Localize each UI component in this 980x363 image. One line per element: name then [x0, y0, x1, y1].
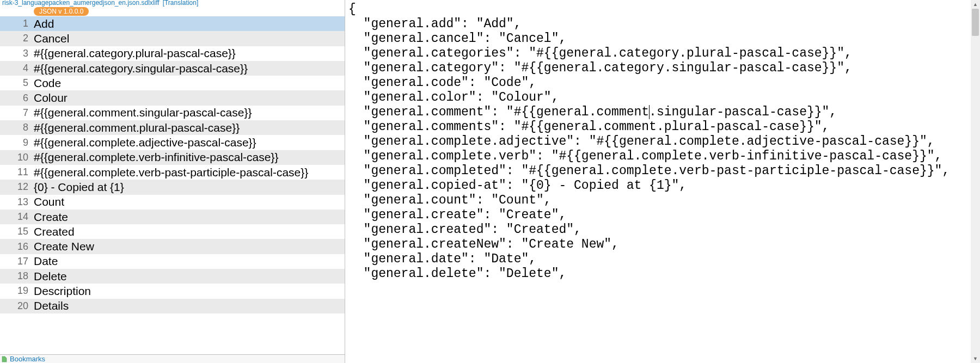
- segment-row-text: #{{general.category.singular-pascal-case…: [32, 62, 345, 75]
- document-tab-state: [Translation]: [163, 0, 199, 7]
- segment-row-number: 19: [0, 285, 32, 297]
- code-line: "general.categories": "#{{general.catego…: [348, 46, 977, 61]
- segment-row[interactable]: 20Details: [0, 299, 345, 313]
- segment-row-text: #{{general.complete.adjective-pascal-cas…: [32, 136, 345, 149]
- code-line: "general.category": "#{{general.category…: [348, 61, 977, 76]
- code-line: "general.complete.adjective": "#{{genera…: [348, 134, 977, 149]
- segment-row-number: 17: [0, 256, 32, 267]
- segment-row-text: Created: [32, 225, 345, 238]
- segment-row[interactable]: 8#{{general.comment.plural-pascal-case}}: [0, 120, 345, 135]
- segment-row-text: Colour: [32, 91, 345, 104]
- left-pane: risk-3_languagepacken_aumergedjson_en.js…: [0, 0, 345, 363]
- code-line: "general.cancel": "Cancel",: [348, 32, 977, 46]
- segment-row-text: Description: [32, 285, 345, 298]
- segment-row-text: Create: [32, 211, 345, 224]
- segment-row-number: 1: [0, 18, 32, 29]
- segment-row-text: #{{general.comment.singular-pascal-case}…: [32, 106, 345, 119]
- segment-row-text: Delete: [32, 270, 345, 283]
- segment-row[interactable]: 7#{{general.comment.singular-pascal-case…: [0, 106, 345, 120]
- segment-row-number: 12: [0, 181, 32, 193]
- segment-row-text: Count: [32, 195, 345, 208]
- app-root: risk-3_languagepacken_aumergedjson_en.js…: [0, 0, 980, 363]
- code-line: "general.complete.verb": "#{{general.com…: [348, 149, 977, 164]
- segment-row-number: 7: [0, 107, 32, 119]
- bookmark-icon: [1, 356, 8, 362]
- segment-row-number: 10: [0, 152, 32, 163]
- segment-row[interactable]: 17Date: [0, 254, 345, 269]
- segment-row-number: 4: [0, 63, 32, 74]
- segment-row-text: Cancel: [32, 32, 345, 45]
- right-pane: { "general.add": "Add", "general.cancel"…: [345, 0, 980, 363]
- bottom-bar: Bookmarks: [0, 354, 345, 363]
- segment-row-text: Details: [32, 299, 345, 312]
- segment-list[interactable]: 1Add2Cancel3#{{general.category.plural-p…: [0, 16, 345, 354]
- code-line: "general.delete": "Delete",: [348, 267, 977, 281]
- segment-row-number: 13: [0, 196, 32, 208]
- segment-row[interactable]: 9#{{general.complete.adjective-pascal-ca…: [0, 135, 345, 150]
- segment-row-number: 14: [0, 211, 32, 223]
- document-tab-filename: risk-3_languagepacken_aumergedjson_en.js…: [2, 0, 160, 7]
- segment-row-number: 11: [0, 167, 32, 178]
- segment-row[interactable]: 2Cancel: [0, 31, 345, 46]
- segment-row-number: 8: [0, 122, 32, 133]
- segment-row-number: 16: [0, 241, 32, 253]
- code-line: {: [348, 2, 977, 17]
- segment-row-text: #{{general.comment.plural-pascal-case}}: [32, 121, 345, 134]
- segment-row[interactable]: 13Count: [0, 195, 345, 210]
- code-line: "general.code": "Code",: [348, 76, 977, 90]
- segment-row-number: 18: [0, 270, 32, 282]
- segment-row-text: {0} - Copied at {1}: [32, 181, 345, 194]
- code-line: "general.create": "Create",: [348, 208, 977, 223]
- segment-row[interactable]: 3#{{general.category.plural-pascal-case}…: [0, 46, 345, 61]
- segment-row[interactable]: 11#{{general.complete.verb-past-particip…: [0, 165, 345, 180]
- json-version-badge: JSON v 1.0.0.0: [34, 7, 89, 16]
- segment-row[interactable]: 16Create New: [0, 239, 345, 254]
- vertical-scrollbar[interactable]: ▲ ▼: [971, 0, 980, 363]
- segment-row-number: 20: [0, 300, 32, 312]
- document-tab[interactable]: risk-3_languagepacken_aumergedjson_en.js…: [0, 0, 345, 7]
- scroll-up-icon[interactable]: ▲: [971, 0, 980, 9]
- segment-row-text: #{{general.complete.verb-past-participle…: [32, 166, 345, 179]
- json-code-view[interactable]: { "general.add": "Add", "general.cancel"…: [345, 0, 980, 363]
- code-line: "general.createNew": "Create New",: [348, 237, 977, 252]
- segment-row-number: 5: [0, 77, 32, 89]
- badge-row: JSON v 1.0.0.0: [0, 7, 345, 16]
- segment-row-number: 2: [0, 33, 32, 44]
- code-line: "general.completed": "#{{general.complet…: [348, 164, 977, 179]
- code-line: "general.color": "Colour",: [348, 90, 977, 105]
- code-line: "general.created": "Created",: [348, 223, 977, 237]
- segment-row[interactable]: 6Colour: [0, 90, 345, 105]
- segment-row-number: 3: [0, 48, 32, 59]
- code-line: "general.date": "Date",: [348, 252, 977, 267]
- segment-row-text: Date: [32, 255, 345, 268]
- segment-row[interactable]: 5Code: [0, 76, 345, 90]
- segment-row[interactable]: 4#{{general.category.singular-pascal-cas…: [0, 61, 345, 76]
- segment-row-number: 6: [0, 93, 32, 104]
- segment-row[interactable]: 1Add: [0, 16, 345, 31]
- code-line: "general.comment": "#{{general.comment.s…: [348, 105, 977, 120]
- segment-row[interactable]: 10#{{general.complete.verb-infinitive-pa…: [0, 150, 345, 165]
- segment-row-text: Create New: [32, 240, 345, 253]
- code-line: "general.copied-at": "{0} - Copied at {1…: [348, 179, 977, 193]
- code-line: "general.count": "Count",: [348, 193, 977, 208]
- segment-row[interactable]: 15Created: [0, 224, 345, 239]
- bookmarks-label[interactable]: Bookmarks: [10, 355, 45, 363]
- segment-row-text: #{{general.complete.verb-infinitive-pasc…: [32, 151, 345, 164]
- segment-row-number: 9: [0, 137, 32, 149]
- segment-row-text: #{{general.category.plural-pascal-case}}: [32, 47, 345, 60]
- segment-row[interactable]: 18Delete: [0, 269, 345, 284]
- segment-row-number: 15: [0, 226, 32, 237]
- segment-row-text: Add: [32, 17, 345, 30]
- segment-row-text: Code: [32, 77, 345, 90]
- scroll-down-icon[interactable]: ▼: [971, 354, 980, 363]
- code-line: "general.add": "Add",: [348, 17, 977, 32]
- text-caret: [649, 105, 650, 119]
- segment-row[interactable]: 19Description: [0, 284, 345, 298]
- code-line: "general.comments": "#{{general.comment.…: [348, 120, 977, 134]
- segment-row[interactable]: 12{0} - Copied at {1}: [0, 180, 345, 194]
- scrollbar-thumb[interactable]: [972, 9, 979, 36]
- segment-row[interactable]: 14Create: [0, 210, 345, 224]
